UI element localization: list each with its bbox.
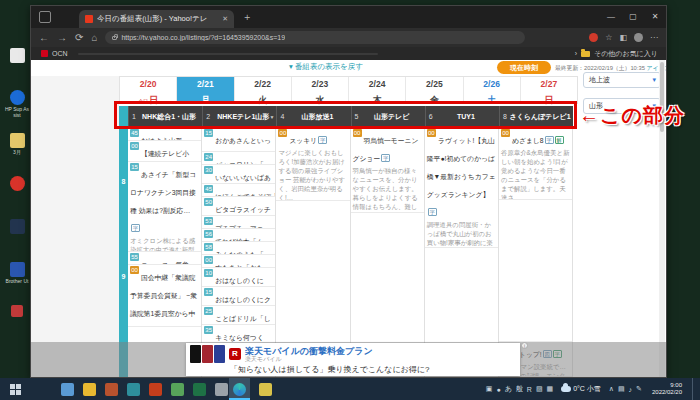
- browser-tab[interactable]: 今日の番組表(山形) - Yahoo!テレ ✕: [79, 10, 234, 28]
- taskbar-app-icon[interactable]: [259, 383, 272, 396]
- network-select[interactable]: 地上波▾: [583, 72, 661, 88]
- date-tab-0222[interactable]: 2/22火: [234, 77, 291, 103]
- program-cell[interactable]: 15あさイチ「新型コロナワクチン3回目接種 効果は?副反応…字 オミクロン株によ…: [128, 162, 201, 252]
- pen-icon[interactable]: ✎: [636, 385, 642, 393]
- ime-conversion-indicator[interactable]: 般: [516, 384, 523, 394]
- program-cell[interactable]: 55ニュース・気象…: [128, 252, 201, 265]
- ad-headline[interactable]: 楽天モバイルの衝撃料金プラン: [245, 346, 373, 356]
- program-cell[interactable]: 00国会中継「衆議院予算委員会質疑」 ~衆議院第1委員室から中継~ +見たい!: [128, 265, 201, 327]
- program-cell[interactable]: 10おはなしのくに「星の王…: [202, 268, 275, 287]
- current-time-button[interactable]: 現在時刻: [497, 61, 551, 74]
- ime-roman-indicator[interactable]: R: [527, 386, 532, 393]
- program-cell[interactable]: 24パッコロリン「…: [202, 152, 275, 165]
- address-bar[interactable]: https://tv.yahoo.co.jp/listings/?d=16453…: [105, 31, 525, 44]
- home-icon[interactable]: ⌂: [91, 32, 97, 43]
- powerpoint-icon[interactable]: [149, 383, 162, 396]
- favorite-item[interactable]: OCN: [52, 50, 68, 57]
- favorite-favicon: [41, 50, 48, 57]
- ad-info-icon[interactable]: i: [521, 342, 528, 349]
- date-tab-0226[interactable]: 2/26土: [463, 77, 520, 103]
- start-button[interactable]: [10, 384, 21, 395]
- program-cell[interactable]: 45おはよう山形: [128, 128, 201, 141]
- browser-window: 今日の番組表(山形) - Yahoo!テレ ✕ ＋ — ▢ ✕ ← → ⟳ ⌂ …: [30, 5, 667, 378]
- weather-widget[interactable]: 0°C 小雪: [561, 384, 601, 394]
- time-column-header: [119, 106, 128, 128]
- maximize-button[interactable]: ▢: [622, 6, 644, 28]
- start-minute-badge: 00: [130, 142, 139, 150]
- program-cell[interactable]: 53プチプチ・アニ…: [202, 216, 275, 229]
- channel-yamagata-tv[interactable]: 5山形テレビ: [351, 106, 425, 128]
- desktop-icon-brother-utility[interactable]: Brother Ut: [4, 262, 30, 284]
- tray-dot-icon[interactable]: ●: [496, 386, 500, 393]
- channel-nhk-sogo[interactable]: 1NHK総合1・山形: [128, 106, 202, 128]
- minimize-button[interactable]: —: [600, 6, 622, 28]
- date-tab-0221-selected[interactable]: 2/21月: [176, 77, 233, 103]
- date-tab-0224[interactable]: 2/24木: [348, 77, 405, 103]
- program-cell[interactable]: 00ラヴィット!【丸山隆平●!初めてのかっぱ橋▼最新おうちカフェグッズランキング…: [425, 128, 498, 248]
- channel-yamagata-hoso[interactable]: 4山形放送1: [276, 106, 350, 128]
- more-menu-icon[interactable]: ⋯: [650, 33, 658, 42]
- ad-banner[interactable]: i R 楽天モバイルの衝撃料金プラン 楽天モバイル 「知らない: [186, 343, 520, 376]
- date-tab-0223[interactable]: 2/23水: [291, 77, 348, 103]
- profile-avatar[interactable]: [634, 33, 643, 42]
- close-button[interactable]: ✕: [644, 6, 666, 28]
- ad-body-text[interactable]: 「知らない人は損してる」乗り換えでこんなにお得に?: [230, 364, 516, 375]
- taskbar-app-icon[interactable]: [127, 383, 140, 396]
- program-cell[interactable]: 25ことばドリル「しらない…: [202, 306, 275, 325]
- forward-icon[interactable]: →: [57, 32, 67, 43]
- desktop-icon-document[interactable]: [4, 48, 30, 64]
- ime-pad-icon[interactable]: ▦: [547, 385, 554, 393]
- taskbar-app-icon[interactable]: [105, 383, 118, 396]
- program-cell[interactable]: 00羽鳥慎一モーニングショー字 羽鳥慎一が独自の様々なニュースを、分かりやすくお…: [351, 128, 424, 213]
- new-tab-button[interactable]: ＋: [242, 10, 252, 24]
- taskbar-app-icon[interactable]: [61, 383, 74, 396]
- file-explorer-icon[interactable]: [83, 383, 96, 396]
- taskbar-app-icon[interactable]: [171, 383, 184, 396]
- extensions-icon[interactable]: ◧: [619, 33, 627, 42]
- tray-window-icon[interactable]: ▣: [486, 385, 493, 393]
- back-icon[interactable]: ←: [39, 32, 49, 43]
- edge-taskbar-button[interactable]: [229, 378, 250, 400]
- program-cell[interactable]: 00【連続テレビ小説】カム…: [128, 141, 201, 162]
- ime-tool-icon[interactable]: ▨: [536, 385, 543, 393]
- program-cell[interactable]: 15おはなしのくにクラシッ…: [202, 287, 275, 306]
- network-icon[interactable]: ▤: [618, 385, 625, 393]
- desktop-icon-antivirus[interactable]: [4, 176, 30, 192]
- restore-display-link[interactable]: ▾ 番組表の表示を戻す: [221, 62, 431, 72]
- tab-close-icon[interactable]: ✕: [222, 15, 228, 23]
- program-cell[interactable]: 00すたあと「かた…: [202, 255, 275, 268]
- other-favorites-label[interactable]: その他のお気に入り: [594, 49, 658, 59]
- taskbar-clock[interactable]: 9:00 2022/02/20: [652, 382, 682, 396]
- refresh-icon[interactable]: ⟳: [75, 32, 83, 43]
- channel-nhk-etele[interactable]: 2NHKEテレ1山形▼: [202, 106, 276, 128]
- phone-image: [214, 345, 225, 363]
- tab-actions-icon[interactable]: [39, 11, 51, 23]
- date-tab-0227[interactable]: 2/27日: [520, 77, 577, 103]
- favorite-star-icon[interactable]: ☆: [605, 33, 612, 42]
- date-tab-0220[interactable]: 2/20今日日: [120, 77, 176, 103]
- program-cell[interactable]: 50ピタゴラスイッチ「き…: [202, 197, 275, 216]
- excel-icon[interactable]: [193, 383, 206, 396]
- caption-chip-icon: 字: [318, 136, 327, 144]
- desktop-icon-hp-support[interactable]: HP Sup Assist: [4, 90, 30, 118]
- date-tab-0225[interactable]: 2/25金: [405, 77, 462, 103]
- program-cell[interactable]: 00スッキリ字 マジメに楽しくおもしろく!加藤浩次がお届けする朝の最強ライブショ…: [276, 128, 349, 201]
- adblock-icon[interactable]: [589, 33, 598, 42]
- desktop-icon-app[interactable]: [4, 305, 30, 318]
- program-cell[interactable]: 56てれび絵本「ム…: [202, 229, 275, 242]
- volume-icon[interactable]: ♪: [629, 386, 633, 393]
- tray-expand-icon[interactable]: ∧: [609, 385, 614, 393]
- program-cell[interactable]: 15おかあさんといっしょ 月曜日字: [202, 128, 275, 152]
- desktop-icon-notes[interactable]: 3月: [4, 133, 30, 155]
- show-desktop-button[interactable]: [692, 378, 696, 400]
- program-cell[interactable]: 30いないいないばあっ!…: [202, 165, 275, 184]
- channel-tuy[interactable]: 6TUY1: [425, 106, 499, 128]
- channel-sakuranbo-tv[interactable]: 8さくらんぼテレビ1: [499, 106, 573, 128]
- taskbar-app-icon[interactable]: [215, 383, 228, 396]
- ime-hiragana-indicator[interactable]: あ: [505, 384, 512, 394]
- program-cell[interactable]: 00めざまし8字解 谷原章介&永島優美と新しい朝を始めよう!目が覚めるような今日…: [499, 128, 572, 200]
- program-cell[interactable]: 58みんなのうた「…: [202, 242, 275, 255]
- chevron-right-icon[interactable]: ›: [575, 50, 577, 57]
- desktop-icon-photo[interactable]: [4, 219, 30, 235]
- program-cell[interactable]: 45にほんごであそぼ「福」: [202, 184, 275, 197]
